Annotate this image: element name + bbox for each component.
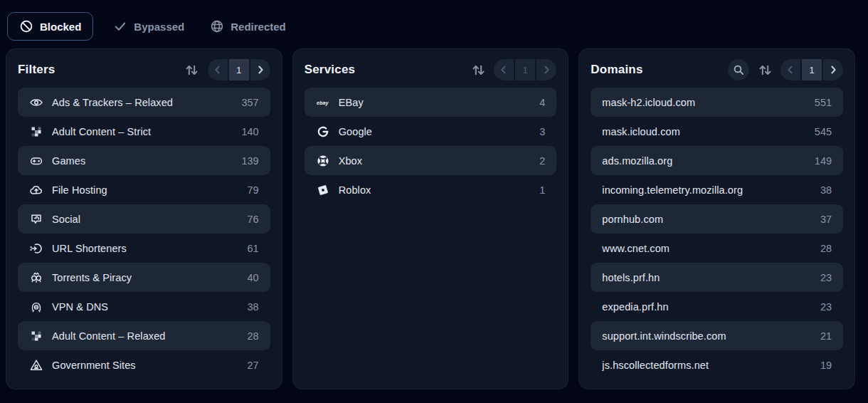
chevron-left-icon xyxy=(498,64,509,75)
service-row[interactable]: Roblox 1 xyxy=(305,175,557,204)
filter-row[interactable]: VPN & DNS 38 xyxy=(18,292,270,321)
filters-list: Ads & Trackers – Relaxed 357 Adult Conte… xyxy=(18,88,270,380)
page-number: 1 xyxy=(802,59,822,80)
no-sign-icon xyxy=(19,19,33,33)
chevron-left-icon xyxy=(785,64,796,75)
service-label: Google xyxy=(339,126,531,137)
services-header: Services 1 xyxy=(305,58,557,81)
service-count: 3 xyxy=(539,126,545,137)
pixelate-icon xyxy=(29,329,43,343)
sort-icon xyxy=(184,63,199,78)
status-tab-bar: Blocked Bypassed Redirected xyxy=(0,0,868,48)
filter-label: URL Shorteners xyxy=(52,243,239,254)
pirate-bug-icon xyxy=(29,271,43,285)
filter-count: 139 xyxy=(241,155,258,167)
service-row[interactable]: Xbox 2 xyxy=(305,146,557,175)
filter-label: Government Sites xyxy=(52,360,239,371)
domain-count: 37 xyxy=(820,214,832,225)
domain-row[interactable]: pornhub.com 37 xyxy=(591,204,843,234)
filters-panel: Filters 1 xyxy=(6,48,282,389)
filter-row[interactable]: Games 139 xyxy=(18,146,270,175)
filter-count: 140 xyxy=(241,126,258,137)
filter-label: Torrents & Piracy xyxy=(52,272,239,283)
domain-row[interactable]: ads.mozilla.org 149 xyxy=(591,146,843,175)
sort-button[interactable] xyxy=(470,59,487,80)
sort-icon xyxy=(758,63,773,78)
domain-label: ads.mozilla.org xyxy=(602,155,805,167)
chevron-right-icon xyxy=(255,64,266,75)
filter-row[interactable]: Government Sites 27 xyxy=(18,350,270,380)
domain-count: 23 xyxy=(820,301,832,313)
filter-count: 357 xyxy=(241,97,258,108)
search-icon xyxy=(733,64,744,75)
tab-label: Blocked xyxy=(40,21,81,33)
domain-label: mask.icloud.com xyxy=(602,126,805,137)
tab-label: Redirected xyxy=(231,21,286,33)
service-count: 4 xyxy=(539,97,545,108)
domain-row[interactable]: mask-h2.icloud.com 551 xyxy=(591,88,843,117)
domain-row[interactable]: expedia.prf.hn 23 xyxy=(591,292,843,321)
filter-row[interactable]: URL Shorteners 61 xyxy=(18,234,270,263)
spy-badge-icon xyxy=(29,300,43,314)
tab-bypassed[interactable]: Bypassed xyxy=(107,13,190,40)
xbox-icon xyxy=(316,154,330,168)
tab-blocked[interactable]: Blocked xyxy=(7,12,93,41)
domain-label: pornhub.com xyxy=(602,214,812,225)
prev-page-button[interactable] xyxy=(494,59,514,80)
domain-row[interactable]: incoming.telemetry.mozilla.org 38 xyxy=(591,175,843,204)
domain-count: 38 xyxy=(820,184,832,196)
prev-page-button[interactable] xyxy=(208,59,228,80)
next-page-button[interactable] xyxy=(823,59,843,80)
filter-row[interactable]: Adult Content – Strict 140 xyxy=(18,117,270,146)
filter-label: Adult Content – Strict xyxy=(52,126,233,137)
services-list: ebay EBay 4 Google 3 Xbox 2 xyxy=(305,88,557,204)
sort-button[interactable] xyxy=(184,59,201,80)
url-shortener-icon xyxy=(29,241,43,256)
filter-label: File Hosting xyxy=(52,184,239,196)
service-label: Xbox xyxy=(339,155,531,167)
filter-row[interactable]: File Hosting 79 xyxy=(18,175,270,204)
chevron-right-icon xyxy=(827,64,839,75)
filter-count: 79 xyxy=(248,184,259,196)
next-page-button[interactable] xyxy=(250,59,270,80)
filter-row[interactable]: Adult Content – Relaxed 28 xyxy=(18,321,270,350)
domain-row[interactable]: support.int.windscribe.com 21 xyxy=(591,321,843,350)
filters-controls: 1 xyxy=(184,59,270,80)
page-number: 1 xyxy=(229,59,249,80)
filter-count: 76 xyxy=(248,214,259,225)
filter-label: Games xyxy=(52,155,233,167)
domain-row[interactable]: mask.icloud.com 545 xyxy=(591,117,843,146)
domains-panel: Domains 1 xyxy=(578,48,855,389)
domain-label: expedia.prf.hn xyxy=(602,301,812,313)
page-number: 1 xyxy=(515,59,535,80)
filter-row[interactable]: Torrents & Piracy 40 xyxy=(18,263,270,292)
filter-row[interactable]: Social 76 xyxy=(18,204,270,234)
filter-label: Social xyxy=(52,214,239,225)
service-row[interactable]: ebay EBay 4 xyxy=(305,88,557,117)
filter-count: 28 xyxy=(248,330,259,342)
prev-page-button[interactable] xyxy=(780,59,800,80)
domain-row[interactable]: js.hscollectedforms.net 19 xyxy=(591,350,843,380)
ebay-icon: ebay xyxy=(316,95,330,110)
filter-count: 61 xyxy=(248,243,259,254)
dashboard-panels: Filters 1 xyxy=(0,48,868,389)
domains-header: Domains 1 xyxy=(591,58,843,81)
domain-count: 551 xyxy=(815,97,832,108)
next-page-button[interactable] xyxy=(536,59,556,80)
pyramid-eye-icon xyxy=(29,358,43,372)
filter-row[interactable]: Ads & Trackers – Relaxed 357 xyxy=(18,88,270,117)
service-row[interactable]: Google 3 xyxy=(305,117,557,146)
filter-count: 38 xyxy=(248,301,259,313)
search-button[interactable] xyxy=(728,59,749,80)
domains-controls: 1 xyxy=(728,59,843,80)
tab-redirected[interactable]: Redirected xyxy=(204,13,292,40)
globe-icon xyxy=(210,19,224,33)
pagination: 1 xyxy=(208,59,270,80)
domain-row[interactable]: www.cnet.com 28 xyxy=(591,234,843,263)
services-controls: 1 xyxy=(470,59,556,80)
pagination: 1 xyxy=(780,59,843,80)
panel-title: Filters xyxy=(18,63,55,77)
service-label: Roblox xyxy=(339,184,531,196)
sort-button[interactable] xyxy=(756,59,773,80)
domain-row[interactable]: hotels.prf.hn 23 xyxy=(591,263,843,292)
